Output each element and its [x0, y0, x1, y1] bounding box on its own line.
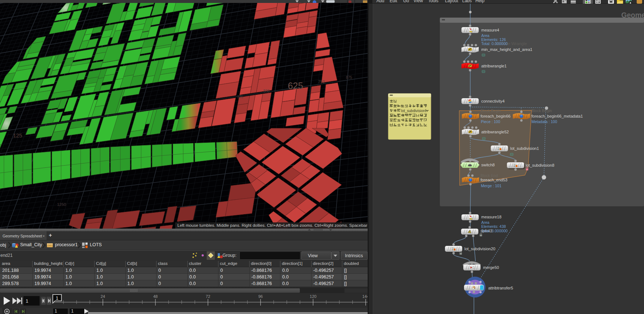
svg-text:lot_subdivision1: lot_subdivision1 — [510, 146, 539, 151]
svg-text:connectivity4: connectivity4 — [481, 99, 505, 103]
svg-text:measure4: measure4 — [481, 28, 499, 32]
svg-text:Block Begin: Block Begin — [481, 108, 501, 113]
svg-text:72: 72 — [206, 294, 210, 299]
svg-text:Total: 0.000000: Total: 0.000000 — [481, 41, 508, 46]
svg-text:attribwrangle52: attribwrangle52 — [481, 130, 509, 134]
svg-text:375: 375 — [237, 95, 243, 99]
svg-text:lot_subdivision20: lot_subdivision20 — [464, 247, 495, 251]
svg-text:96: 96 — [258, 294, 263, 299]
svg-text:attribtransfer5: attribtransfer5 — [488, 286, 513, 290]
svg-text:875: 875 — [346, 75, 352, 80]
svg-text:1: 1 — [56, 295, 58, 301]
svg-text:48: 48 — [153, 294, 158, 299]
svg-text:500: 500 — [264, 89, 270, 93]
svg-text:750: 750 — [318, 80, 325, 84]
svg-text:1250: 1250 — [57, 202, 66, 207]
svg-text:switch8: switch8 — [481, 163, 495, 167]
svg-text:625: 625 — [288, 81, 303, 91]
svg-text:125: 125 — [13, 132, 22, 138]
svg-text:Merge : 101: Merge : 101 — [481, 184, 501, 188]
svg-text:Total: 3.000000: Total: 3.000000 — [481, 229, 508, 233]
svg-text:Metadata : 100: Metadata : 100 — [531, 119, 557, 124]
svg-text:merge50: merge50 — [483, 265, 499, 270]
svg-text:Block End: Block End — [481, 173, 498, 178]
svg-text:lot_subdivision: lot_subdivision — [401, 109, 425, 113]
svg-text:foreach_end53: foreach_end53 — [481, 178, 507, 182]
svg-text:1: 1 — [26, 298, 28, 304]
svg-text:120: 120 — [310, 294, 316, 299]
svg-text:24: 24 — [100, 294, 105, 299]
svg-text:foreach_begin66: foreach_begin66 — [481, 114, 511, 118]
svg-text:144: 144 — [362, 294, 368, 299]
svg-text:foreach_begin66_metadata1: foreach_begin66_metadata1 — [531, 114, 583, 118]
svg-text:min_max_height_and_area1: min_max_height_and_area1 — [481, 47, 532, 52]
svg-text:Piece : 100: Piece : 100 — [481, 119, 500, 124]
svg-text:lot_subdivision8: lot_subdivision8 — [526, 163, 554, 167]
svg-text:Block Begin: Block Begin — [531, 108, 552, 113]
svg-text:Elements: 438: Elements: 438 — [481, 224, 506, 229]
svg-text:Geometry: Geometry — [621, 11, 644, 19]
svg-text:measure18: measure18 — [481, 215, 501, 219]
svg-text:attribwrangle1: attribwrangle1 — [481, 64, 507, 68]
